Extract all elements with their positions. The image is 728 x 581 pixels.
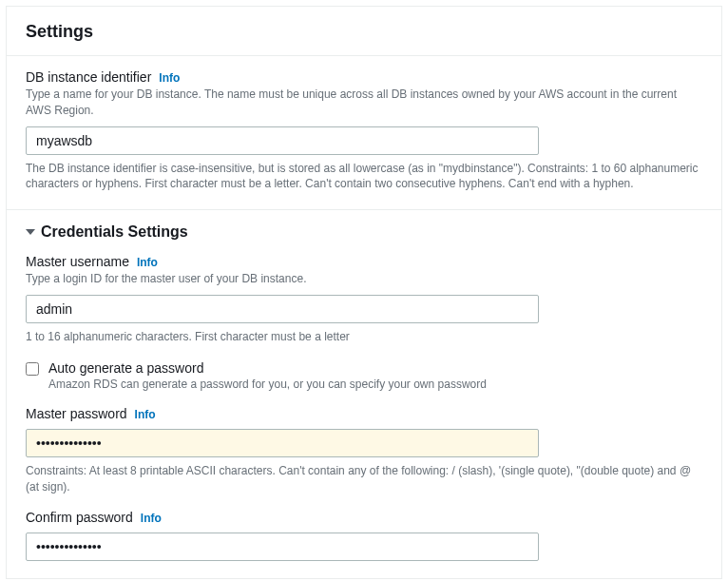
master-password-constraint: Constraints: At least 8 printable ASCII … <box>26 463 702 495</box>
master-username-constraint: 1 to 16 alphanumeric characters. First c… <box>26 329 702 345</box>
credentials-section: Credentials Settings Master username Inf… <box>7 209 721 578</box>
master-username-input[interactable] <box>26 295 539 323</box>
db-identifier-help: Type a name for your DB instance. The na… <box>26 87 702 119</box>
confirm-password-label: Confirm password <box>26 510 133 525</box>
master-username-group: Master username Info Type a login ID for… <box>26 254 702 345</box>
master-username-info-link[interactable]: Info <box>137 256 158 269</box>
master-password-input[interactable] <box>26 429 539 457</box>
panel-header: Settings <box>7 7 721 56</box>
master-password-label: Master password <box>26 406 127 421</box>
credentials-toggle[interactable]: Credentials Settings <box>26 223 702 241</box>
db-identifier-constraint: The DB instance identifier is case-insen… <box>26 161 702 193</box>
db-identifier-info-link[interactable]: Info <box>159 71 180 85</box>
db-identifier-section: DB instance identifier Info Type a name … <box>7 56 721 209</box>
master-password-group: Master password Info Constraints: At lea… <box>26 406 702 495</box>
master-username-label: Master username <box>26 254 129 269</box>
db-identifier-label: DB instance identifier <box>26 69 151 85</box>
confirm-password-group: Confirm password Info <box>26 510 702 561</box>
auto-generate-label: Auto generate a password <box>48 360 702 376</box>
auto-generate-checkbox[interactable] <box>26 362 39 376</box>
settings-panel: Settings DB instance identifier Info Typ… <box>6 6 722 579</box>
auto-generate-group: Auto generate a password Amazon RDS can … <box>26 360 702 391</box>
confirm-password-info-link[interactable]: Info <box>141 512 162 525</box>
page-title: Settings <box>26 22 702 42</box>
confirm-password-input[interactable] <box>26 533 539 561</box>
caret-down-icon <box>26 229 35 235</box>
auto-generate-help: Amazon RDS can generate a password for y… <box>48 378 702 391</box>
credentials-title: Credentials Settings <box>41 223 188 241</box>
master-username-help: Type a login ID for the master user of y… <box>26 271 702 287</box>
db-identifier-input[interactable] <box>26 126 539 155</box>
master-password-info-link[interactable]: Info <box>135 408 156 421</box>
